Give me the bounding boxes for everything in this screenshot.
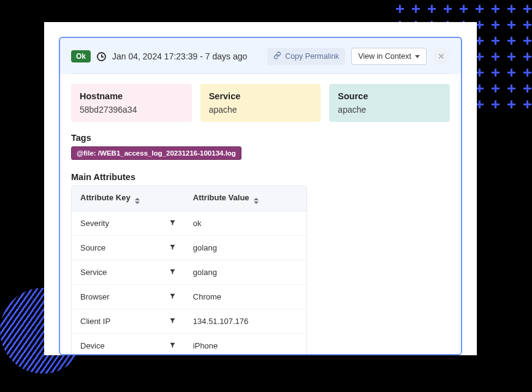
attr-key: Service xyxy=(80,268,107,277)
source-value: apache xyxy=(338,105,441,115)
clock-icon xyxy=(97,52,106,61)
attr-key: Severity xyxy=(80,219,109,228)
col-value-label: Attribute Value xyxy=(193,193,249,202)
attr-value: golang xyxy=(184,260,306,285)
filter-icon[interactable] xyxy=(169,268,176,277)
filter-icon[interactable] xyxy=(169,317,176,326)
attr-key: Client IP xyxy=(80,317,110,326)
attributes-table: Attribute Key Attribute Value Severityok… xyxy=(71,186,307,355)
attr-value: iPhone xyxy=(184,334,306,356)
outer-card: Ok Jan 04, 2024 17:23:39 - 7 days ago Co… xyxy=(44,22,477,355)
service-label: Service xyxy=(209,91,313,101)
attr-key: Source xyxy=(80,243,105,252)
source-card: Source apache xyxy=(329,84,450,122)
attr-value: golang xyxy=(184,236,306,260)
link-icon xyxy=(273,51,281,61)
col-key-label: Attribute Key xyxy=(80,193,131,202)
col-attribute-key[interactable]: Attribute Key xyxy=(72,186,184,211)
table-row: DeviceiPhone xyxy=(72,334,306,356)
attr-value: ok xyxy=(184,211,306,236)
attr-value: Chrome xyxy=(184,285,306,309)
close-button[interactable]: ✕ xyxy=(433,48,450,65)
table-row: Severityok xyxy=(72,211,306,236)
filter-icon[interactable] xyxy=(169,341,176,350)
log-detail-panel: Ok Jan 04, 2024 17:23:39 - 7 days ago Co… xyxy=(59,37,462,355)
status-badge: Ok xyxy=(71,50,91,62)
table-row: Sourcegolang xyxy=(72,236,306,260)
timestamp-text: Jan 04, 2024 17:23:39 - 7 days ago xyxy=(112,51,261,61)
service-card: Service apache xyxy=(200,84,321,122)
close-icon: ✕ xyxy=(438,51,445,61)
chevron-down-icon xyxy=(415,55,420,58)
copy-permalink-button[interactable]: Copy Permalink xyxy=(267,48,345,65)
filter-icon[interactable] xyxy=(169,292,176,301)
sort-icon xyxy=(254,198,259,204)
view-in-context-button[interactable]: View in Context xyxy=(351,48,427,65)
info-cards-row: Hostname 58bd27396a34 Service apache Sou… xyxy=(71,84,450,122)
sort-icon xyxy=(135,198,140,204)
table-row: Servicegolang xyxy=(72,260,306,285)
filter-icon[interactable] xyxy=(169,219,176,228)
service-value: apache xyxy=(209,105,313,115)
attr-value: 134.51.107.176 xyxy=(184,309,306,334)
hostname-value: 58bd27396a34 xyxy=(80,105,183,115)
col-attribute-value[interactable]: Attribute Value xyxy=(184,186,306,211)
source-label: Source xyxy=(338,91,441,101)
hostname-label: Hostname xyxy=(80,91,183,101)
attr-key: Device xyxy=(80,341,105,350)
hostname-card: Hostname 58bd27396a34 xyxy=(71,84,192,122)
tag-pill[interactable]: @file: /WEB1_access_log_20231216-100134.… xyxy=(71,146,241,160)
main-attributes-title: Main Attributes xyxy=(71,172,450,182)
table-row: Client IP134.51.107.176 xyxy=(72,309,306,334)
copy-permalink-label: Copy Permalink xyxy=(285,52,339,61)
view-in-context-label: View in Context xyxy=(358,52,411,61)
table-row: BrowserChrome xyxy=(72,285,306,309)
toolbar: Ok Jan 04, 2024 17:23:39 - 7 days ago Co… xyxy=(71,48,450,74)
tags-section-title: Tags xyxy=(71,133,450,143)
filter-icon[interactable] xyxy=(169,243,176,252)
attr-key: Browser xyxy=(80,292,110,301)
